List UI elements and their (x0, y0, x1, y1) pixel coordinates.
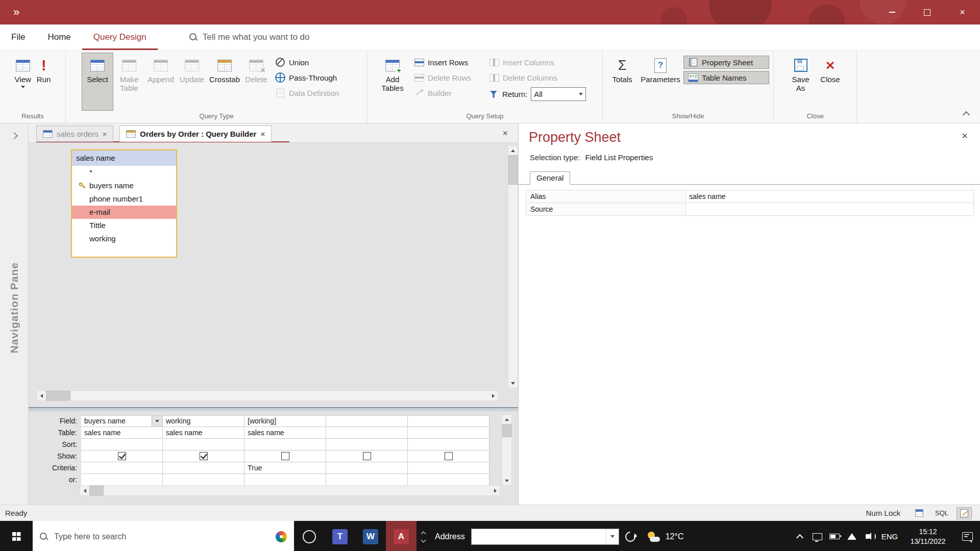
design-horizontal-scrollbar[interactable] (36, 390, 498, 401)
delete-columns-button[interactable]: Delete Columns (484, 71, 594, 84)
alias-value-field[interactable]: sales name (686, 190, 974, 203)
tray-volume-icon[interactable] (861, 521, 878, 551)
criteria-cell-5[interactable] (408, 462, 489, 474)
cortana-button[interactable] (294, 521, 325, 551)
scrollbar-thumb[interactable] (502, 424, 511, 437)
doc-tab-query-builder[interactable]: Orders by Order : Query Builder × (119, 126, 272, 142)
query-design-surface[interactable]: sales name * buyers name phone number1 e… (29, 142, 518, 407)
delete-query-button[interactable]: × Delete (242, 53, 270, 111)
criteria-cell-2[interactable] (163, 462, 244, 474)
field-row-tittle[interactable]: Tittle (72, 219, 176, 232)
grid-horizontal-scrollbar[interactable] (80, 485, 500, 496)
table-cell-5[interactable] (408, 427, 489, 439)
or-cell-2[interactable] (163, 474, 244, 486)
delete-rows-button[interactable]: Delete Rows (409, 71, 484, 84)
update-button[interactable]: Update (177, 53, 207, 111)
table-names-toggle[interactable]: XYZ Table Names (683, 71, 769, 84)
scroll-left-button[interactable] (80, 486, 89, 495)
scroll-up-button[interactable] (508, 146, 518, 155)
field-row-working[interactable]: working (72, 232, 176, 245)
scroll-right-button[interactable] (491, 486, 500, 495)
insert-rows-button[interactable]: Insert Rows (409, 56, 484, 69)
datasheet-view-button[interactable] (912, 507, 927, 519)
field-row-buyers-name[interactable]: buyers name (72, 179, 176, 192)
field-list-sales-name[interactable]: sales name * buyers name phone number1 e… (71, 149, 177, 258)
scrollbar-thumb[interactable] (508, 155, 518, 185)
close-window-button[interactable]: × (945, 0, 980, 24)
field-row-star[interactable]: * (72, 166, 176, 179)
scroll-right-button[interactable] (488, 391, 498, 400)
collapse-ribbon-button[interactable] (960, 109, 973, 119)
teams-taskbar-button[interactable]: T (325, 521, 355, 551)
return-select[interactable]: All (531, 87, 586, 101)
scroll-up-button[interactable] (502, 415, 511, 424)
address-input[interactable] (472, 529, 606, 544)
tab-query-design[interactable]: Query Design (82, 24, 158, 50)
tell-me-search[interactable]: Tell me what you want to do (189, 24, 310, 50)
field-cell-1[interactable]: buyers name (81, 415, 163, 427)
tray-battery-icon[interactable] (826, 521, 843, 551)
sort-cell-4[interactable] (326, 439, 408, 450)
field-cell-4[interactable] (326, 415, 408, 427)
weather-widget[interactable]: 12°C (642, 521, 689, 551)
append-button[interactable]: Append (145, 53, 177, 111)
criteria-cell-3[interactable]: True (244, 462, 326, 474)
show-checkbox-1[interactable] (118, 452, 126, 460)
or-cell-4[interactable] (326, 474, 408, 486)
navigation-pane-collapsed[interactable]: Navigation Pane (0, 123, 29, 505)
show-checkbox-4[interactable] (363, 452, 371, 460)
criteria-cell-4[interactable] (326, 462, 408, 474)
totals-button[interactable]: Σ Totals (607, 53, 638, 111)
design-vertical-scrollbar[interactable] (508, 145, 518, 388)
property-sheet-toggle[interactable]: Property Sheet (683, 56, 769, 69)
select-query-button[interactable]: Select (82, 53, 113, 111)
show-hidden-icons-button[interactable] (791, 521, 808, 551)
source-value-field[interactable] (686, 203, 974, 215)
scrollbar-thumb[interactable] (89, 486, 104, 495)
add-tables-button[interactable]: + Add Tables (376, 53, 409, 111)
sql-view-button[interactable]: SQL (934, 507, 949, 519)
address-dropdown-button[interactable] (606, 529, 619, 544)
grid-vertical-scrollbar[interactable] (502, 414, 512, 486)
or-cell-3[interactable] (244, 474, 326, 486)
refresh-button[interactable] (619, 521, 642, 551)
view-button[interactable]: View (12, 53, 34, 111)
field-row-phone-number1[interactable]: phone number1 (72, 192, 176, 206)
or-cell-5[interactable] (408, 474, 489, 486)
insert-columns-button[interactable]: Insert Columns (484, 56, 594, 69)
show-checkbox-2[interactable] (200, 452, 208, 460)
pane-splitter[interactable] (29, 407, 518, 411)
sort-cell-2[interactable] (163, 439, 244, 450)
data-definition-button[interactable]: Data Definition (271, 86, 351, 99)
search-highlights-icon[interactable] (276, 531, 287, 542)
tab-file[interactable]: File (0, 24, 36, 50)
minimize-button[interactable] (874, 0, 910, 24)
tray-display-icon[interactable] (808, 521, 826, 551)
tab-home[interactable]: Home (36, 24, 82, 50)
design-view-button[interactable] (957, 507, 972, 519)
table-cell-4[interactable] (326, 427, 408, 439)
language-indicator[interactable]: ENG (878, 521, 901, 551)
make-table-button[interactable]: Make Table (114, 53, 144, 111)
close-document-button[interactable]: × (499, 128, 511, 139)
table-cell-3[interactable]: sales name (244, 427, 326, 439)
close-tab-icon[interactable]: × (103, 130, 107, 138)
taskbar-search-box[interactable]: Type here to search (33, 521, 294, 551)
start-button[interactable] (0, 521, 33, 551)
tab-general[interactable]: General (530, 171, 570, 185)
table-cell-2[interactable]: sales name (163, 427, 244, 439)
field-dropdown-button[interactable] (152, 416, 162, 427)
maximize-button[interactable] (910, 0, 945, 24)
or-cell-1[interactable] (81, 474, 163, 486)
field-list-title[interactable]: sales name (72, 151, 176, 166)
expand-navigation-pane-button[interactable] (8, 130, 20, 142)
table-cell-1[interactable]: sales name (81, 427, 163, 439)
show-checkbox-5[interactable] (445, 452, 453, 460)
tray-wifi-icon[interactable] (843, 521, 861, 551)
sort-cell-5[interactable] (408, 439, 489, 450)
run-button[interactable]: ! Run (34, 53, 54, 111)
quick-access-toolbar-button[interactable]: » (13, 0, 19, 24)
criteria-cell-1[interactable] (81, 462, 163, 474)
close-tab-icon[interactable]: × (260, 130, 265, 138)
field-cell-2[interactable]: working (163, 415, 244, 427)
